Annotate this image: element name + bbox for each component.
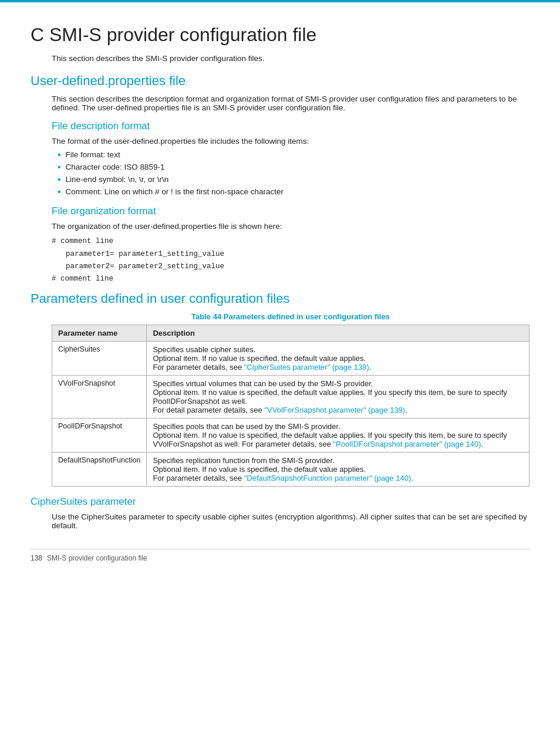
table-row: DefaultSnapshotFunction Specifies replic… bbox=[52, 453, 529, 487]
main-title: C SMI-S provider configuration file bbox=[31, 23, 529, 46]
footer-label: SMI-S provider configuration file bbox=[47, 554, 147, 562]
intro-text: This section describes the SMI-S provide… bbox=[52, 54, 529, 63]
section-ciphersuites-body: Use the CipherSuites parameter to specif… bbox=[52, 512, 529, 530]
param-desc-defaultsnapshot: Specifies replication function from the … bbox=[147, 453, 529, 487]
col-header-param-name: Parameter name bbox=[52, 325, 147, 342]
ciphersuites-body: Use the CipherSuites parameter to specif… bbox=[52, 512, 529, 530]
section-ciphersuites-title: CipherSuites parameter bbox=[31, 496, 529, 508]
link-poolid[interactable]: "PoolIDForSnapshot parameter" (page 140) bbox=[333, 440, 481, 448]
footer: 138 SMI-S provider configuration file bbox=[31, 549, 529, 562]
code-line-4: # comment line bbox=[52, 273, 529, 285]
page-container: C SMI-S provider configuration file This… bbox=[0, 0, 560, 586]
param-name-ciphersuites: CipherSuites bbox=[52, 342, 147, 376]
user-defined-intro: This section describes the description f… bbox=[52, 94, 529, 112]
bullet-line-end: Line-end symbol: \n, \r, or \r\n bbox=[58, 175, 529, 185]
subsection-file-org-title: File organization format bbox=[52, 205, 529, 217]
param-desc-poolid: Specifies pools that can be used by the … bbox=[147, 418, 529, 453]
link-vvolforsnapshot[interactable]: "VVolForSnapshot parameter" (page 139) bbox=[264, 406, 405, 414]
param-name-defaultsnapshot: DefaultSnapshotFunction bbox=[52, 453, 147, 487]
subsection-file-org-body: The organization of the user-defined.pro… bbox=[52, 222, 529, 285]
bullet-file-format: File format: text bbox=[58, 150, 529, 160]
bullet-char-code: Character code: ISO 8859-1 bbox=[58, 163, 529, 173]
table-row: PoolIDForSnapshot Specifies pools that c… bbox=[52, 418, 529, 453]
desc-line-3: For detail parameter details, see "VVolF… bbox=[153, 406, 407, 414]
file-org-intro: The organization of the user-defined.pro… bbox=[52, 222, 529, 231]
param-desc-vvolforsnapshot: Specifies virtual volumes that can be us… bbox=[147, 376, 529, 418]
desc-line-1: Specifies usable cipher suites. bbox=[153, 345, 255, 354]
section-params-title: Parameters defined in user configuration… bbox=[31, 291, 529, 306]
section-user-defined-body: This section describes the description f… bbox=[52, 94, 529, 285]
subsection-file-description-title: File description format bbox=[52, 120, 529, 132]
link-defaultsnapshot[interactable]: "DefaultSnapshotFunction parameter" (pag… bbox=[244, 474, 411, 482]
desc-line-1: Specifies replication function from the … bbox=[153, 456, 334, 465]
params-table: Parameter name Description CipherSuites … bbox=[52, 325, 529, 487]
table-row: CipherSuites Specifies usable cipher sui… bbox=[52, 342, 529, 376]
desc-line-2: Optional item. If no value is specified,… bbox=[153, 354, 366, 363]
table-header-row: Parameter name Description bbox=[52, 325, 529, 342]
desc-line-3: For parameter details, see "CipherSuites… bbox=[153, 363, 371, 372]
code-line-1: # comment line bbox=[52, 235, 529, 248]
desc-line-2: Optional item. If no value is specified,… bbox=[153, 388, 507, 406]
file-description-intro: The format of the user-defined.propertie… bbox=[52, 137, 529, 146]
bullet-comment: Comment: Line on which # or ! is the fir… bbox=[58, 187, 529, 197]
desc-line-1: Specifies virtual volumes that can be us… bbox=[153, 379, 373, 388]
param-desc-ciphersuites: Specifies usable cipher suites. Optional… bbox=[147, 342, 529, 376]
table-caption: Table 44 Parameters defined in user conf… bbox=[52, 312, 529, 321]
footer-page-number: 138 bbox=[31, 554, 42, 562]
desc-line-3: For parameter details, see "DefaultSnaps… bbox=[153, 474, 413, 482]
section-user-defined-title: User-defined.properties file bbox=[31, 73, 529, 89]
param-name-vvolforsnapshot: VVolForSnapshot bbox=[52, 376, 147, 418]
desc-line-1: Specifies pools that can be used by the … bbox=[153, 422, 340, 431]
section-params-body: Table 44 Parameters defined in user conf… bbox=[52, 312, 529, 487]
desc-line-2: Optional item. If no value is specified,… bbox=[153, 431, 507, 448]
code-line-3: parameter2= parameter2_setting_value bbox=[66, 261, 529, 273]
table-row: VVolForSnapshot Specifies virtual volume… bbox=[52, 376, 529, 418]
link-ciphersuites[interactable]: "CipherSuites parameter" (page 138) bbox=[244, 363, 369, 372]
code-line-2: parameter1= parameter1_setting_value bbox=[66, 248, 529, 261]
subsection-file-description-body: The format of the user-defined.propertie… bbox=[52, 137, 529, 197]
param-name-poolid: PoolIDForSnapshot bbox=[52, 418, 147, 453]
bullet-list-file-description: File format: text Character code: ISO 88… bbox=[58, 150, 529, 197]
col-header-description: Description bbox=[147, 325, 529, 342]
code-block-file-org: # comment line parameter1= parameter1_se… bbox=[52, 235, 529, 285]
desc-line-2: Optional item. If no value is specified,… bbox=[153, 465, 366, 474]
